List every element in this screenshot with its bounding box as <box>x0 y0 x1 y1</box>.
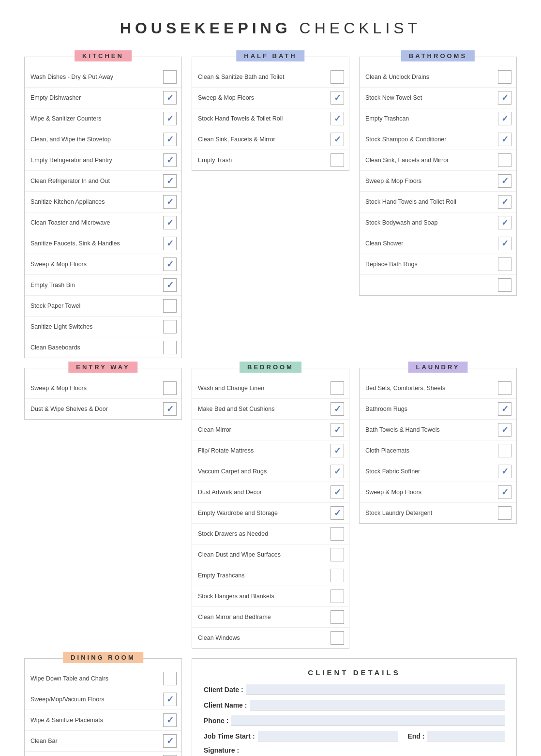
check-box[interactable] <box>163 299 177 313</box>
check-box[interactable]: ✓ <box>163 734 177 748</box>
check-box[interactable]: ✓ <box>331 485 344 499</box>
check-box[interactable]: ✓ <box>498 91 511 105</box>
check-box[interactable]: ✓ <box>331 444 344 457</box>
list-item: Flip/ Rotate Mattress✓ <box>192 440 349 461</box>
check-box[interactable]: ✓ <box>163 278 177 292</box>
check-box[interactable] <box>331 527 344 541</box>
client-sig-field: Signature : <box>204 746 505 756</box>
client-start-field: Job Time Start : <box>204 731 398 741</box>
check-box[interactable]: ✓ <box>331 506 344 520</box>
check-box[interactable] <box>331 548 344 561</box>
client-end-field: End : <box>407 731 505 741</box>
item-label: Bed Sets, Comforters, Sheets <box>365 385 498 392</box>
kitchen-section: KITCHEN Wash Dishes - Dry & Put AwayEmpt… <box>24 57 182 358</box>
client-phone-label: Phone : <box>204 717 228 725</box>
check-box[interactable]: ✓ <box>498 465 511 478</box>
check-box[interactable] <box>498 278 511 292</box>
list-item: Wash and Change Linen <box>192 378 349 399</box>
client-phone-input[interactable] <box>231 715 505 726</box>
check-box[interactable] <box>331 381 344 395</box>
check-box[interactable]: ✓ <box>498 402 511 416</box>
bottom-row: DINING ROOM Wipe Down Table and ChairsSw… <box>24 658 517 756</box>
item-label: Sanitize Kitchen Appliances <box>30 198 163 205</box>
check-box[interactable]: ✓ <box>331 423 344 437</box>
check-box[interactable]: ✓ <box>163 257 177 271</box>
check-box[interactable] <box>163 672 177 685</box>
check-box[interactable] <box>498 381 511 395</box>
check-box[interactable]: ✓ <box>331 91 344 105</box>
check-box[interactable] <box>163 381 177 395</box>
item-label: Empty Dishwasher <box>30 94 163 101</box>
list-item: Clean Baseboards <box>25 337 181 358</box>
item-label: Stock Laundry Detergent <box>365 510 498 516</box>
item-label: Dust Artwork and Decor <box>198 489 331 496</box>
list-item: Clean Sink, Faucets & Mirror✓ <box>192 129 349 150</box>
list-item <box>360 275 516 295</box>
check-box[interactable]: ✓ <box>331 465 344 478</box>
check-box[interactable] <box>498 70 511 84</box>
check-box[interactable]: ✓ <box>163 713 177 727</box>
check-box[interactable]: ✓ <box>163 216 177 229</box>
item-label: Stock Hand Towels & Toilet Roll <box>198 115 331 122</box>
check-box[interactable]: ✓ <box>163 693 177 706</box>
check-box[interactable]: ✓ <box>163 402 177 416</box>
check-box[interactable]: ✓ <box>331 133 344 146</box>
item-label: Sweep & Mop Floors <box>30 385 163 392</box>
check-box[interactable] <box>498 257 511 271</box>
client-name-input[interactable] <box>250 700 505 711</box>
list-item: Clean Shower✓ <box>360 233 516 254</box>
list-item: Empty Wardrobe and Storage✓ <box>192 503 349 524</box>
list-item: Bathroom Rugs✓ <box>360 399 516 420</box>
item-label: Sanitize Light Switches <box>30 323 163 330</box>
list-item: Sweep & Mop Floors✓ <box>360 482 516 503</box>
check-box[interactable] <box>331 631 344 645</box>
item-label: Clean Baseboards <box>30 344 163 351</box>
check-box[interactable] <box>331 610 344 624</box>
check-box[interactable] <box>163 320 177 333</box>
item-label: Empty Trashcans <box>198 572 331 579</box>
check-box[interactable]: ✓ <box>331 112 344 125</box>
check-box[interactable]: ✓ <box>498 237 511 250</box>
client-date-input[interactable] <box>246 684 505 695</box>
check-box[interactable]: ✓ <box>498 485 511 499</box>
check-box[interactable] <box>498 444 511 457</box>
check-box[interactable]: ✓ <box>498 423 511 437</box>
check-box[interactable]: ✓ <box>163 237 177 250</box>
client-start-input[interactable] <box>258 731 398 741</box>
check-box[interactable] <box>498 506 511 520</box>
check-box[interactable]: ✓ <box>498 216 511 229</box>
check-box[interactable] <box>331 569 344 582</box>
bedroom-section: BEDROOM Wash and Change LinenMake Bed an… <box>192 368 349 649</box>
client-end-input[interactable] <box>427 731 505 741</box>
check-box[interactable]: ✓ <box>163 153 177 167</box>
check-box[interactable]: ✓ <box>163 112 177 125</box>
top-row: KITCHEN Wash Dishes - Dry & Put AwayEmpt… <box>24 57 517 358</box>
check-box[interactable]: ✓ <box>163 174 177 188</box>
check-box[interactable] <box>163 70 177 84</box>
list-item: Clean & Unclock Drains <box>360 67 516 88</box>
check-box[interactable] <box>498 153 511 167</box>
check-box[interactable]: ✓ <box>163 195 177 209</box>
item-label: Stock Paper Towel <box>30 302 163 309</box>
check-box[interactable]: ✓ <box>498 112 511 125</box>
check-box[interactable]: ✓ <box>331 402 344 416</box>
check-box[interactable]: ✓ <box>163 133 177 146</box>
check-box[interactable] <box>331 153 344 167</box>
item-label: Empty Trash Bin <box>30 282 163 288</box>
item-label: Stock Hand Towels and Toilet Roll <box>365 198 498 205</box>
item-label: Clean Sink, Faucets & Mirror <box>198 136 331 143</box>
check-box[interactable]: ✓ <box>498 174 511 188</box>
check-box[interactable] <box>163 341 177 354</box>
item-label: Wash and Change Linen <box>198 385 331 392</box>
check-box[interactable] <box>331 70 344 84</box>
check-box[interactable]: ✓ <box>163 91 177 105</box>
item-label: Clean Windows <box>198 635 331 641</box>
check-box[interactable]: ✓ <box>498 133 511 146</box>
item-label: Clean, and Wipe the Stovetop <box>30 136 163 143</box>
entryway-section: ENTRY WAY Sweep & Mop FloorsDust & Wipe … <box>24 368 182 420</box>
item-label: Sweep & Mop Floors <box>198 94 331 101</box>
list-item: Bath Towels & Hand Towels✓ <box>360 420 516 440</box>
check-box[interactable]: ✓ <box>498 195 511 209</box>
check-box[interactable] <box>331 590 344 603</box>
list-item: Replace Bath Rugs <box>360 254 516 275</box>
